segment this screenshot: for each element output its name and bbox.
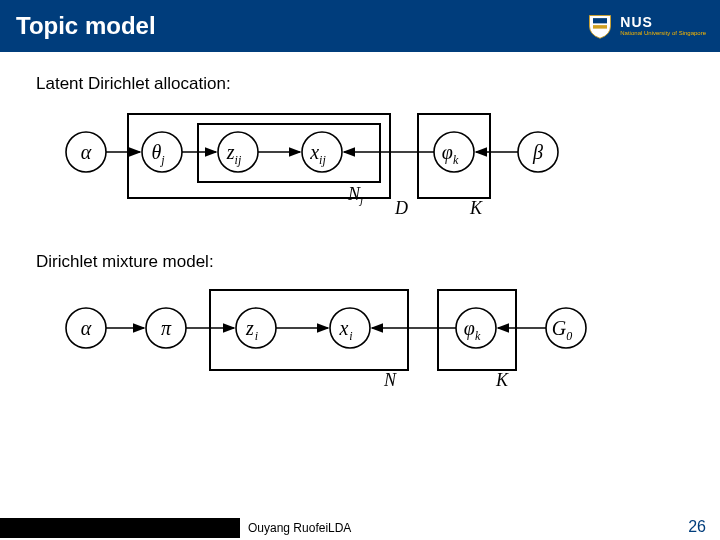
svg-text:β: β (532, 141, 543, 164)
svg-rect-1 (593, 25, 607, 29)
svg-text:K: K (469, 198, 483, 218)
footer-bar (0, 518, 240, 538)
svg-text:π: π (161, 317, 172, 339)
slide-header: Topic model NUS National University of S… (0, 0, 720, 52)
svg-rect-0 (593, 18, 607, 23)
svg-text:D: D (394, 198, 408, 218)
dmm-label: Dirichlet mixture model: (36, 252, 684, 272)
svg-text:Nj: Nj (347, 184, 363, 206)
logo-abbr: NUS (620, 15, 706, 30)
logo-full: National University of Singapore (620, 30, 706, 37)
lda-diagram: α θj zij xij φk β Nj D K (50, 106, 684, 218)
svg-text:K: K (495, 370, 509, 390)
dmm-diagram: α π zi xi φk G0 N K (50, 284, 684, 392)
svg-text:α: α (81, 317, 92, 339)
page-number: 26 (688, 518, 706, 536)
shield-icon (586, 12, 614, 40)
slide-title: Topic model (16, 12, 156, 40)
slide-body: Latent Dirichlet allocation: (0, 52, 720, 392)
nus-logo: NUS National University of Singapore (586, 12, 706, 40)
footer-author: Ouyang Ruofei (248, 521, 328, 535)
svg-text:N: N (383, 370, 397, 390)
lda-label: Latent Dirichlet allocation: (36, 74, 684, 94)
footer-topic: LDA (328, 521, 351, 535)
node-alpha: α (81, 141, 92, 163)
